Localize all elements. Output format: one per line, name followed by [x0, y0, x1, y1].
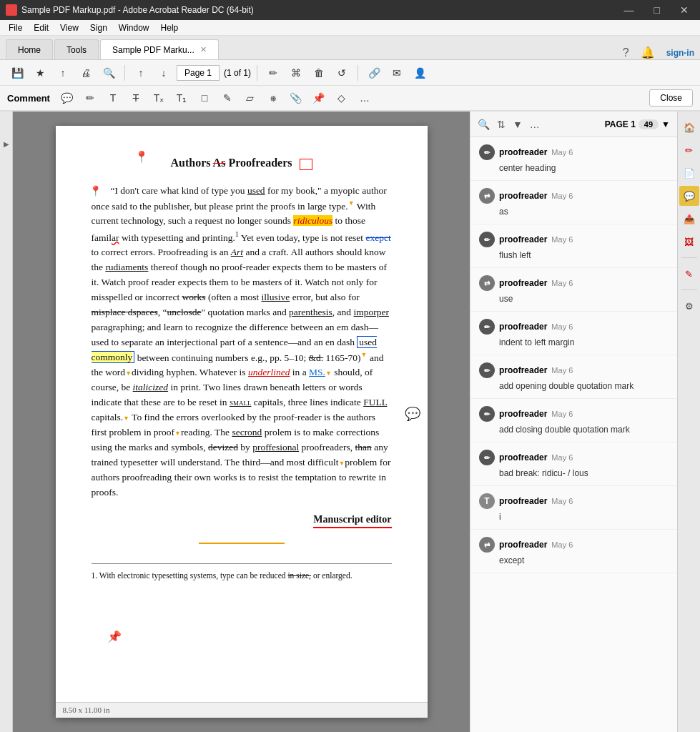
- used-commonly-boxed: used commonly: [92, 336, 378, 363]
- text-insert-tool[interactable]: T: [103, 88, 123, 108]
- bookmark-tool[interactable]: ★: [30, 63, 50, 83]
- search-comments-icon[interactable]: 🔍: [478, 119, 490, 130]
- comment-bubble-icon: 💬: [405, 405, 420, 425]
- heading-text: Authors As Proofreaders: [170, 157, 295, 169]
- art-underlined: Art: [231, 247, 243, 257]
- tab-home[interactable]: Home: [6, 39, 53, 59]
- comment-item-10[interactable]: ⇄ proofreader May 6 except: [470, 530, 677, 573]
- caret-5: ▼: [123, 415, 129, 422]
- replace-text-tool[interactable]: Tₓ: [149, 88, 169, 108]
- sticky-note-heading: 📍: [134, 149, 149, 167]
- comment-date-2: May 6: [551, 192, 573, 200]
- strip-home-icon[interactable]: 🏠: [679, 117, 699, 137]
- expand-icon[interactable]: ▼: [661, 119, 670, 129]
- stamp-comment-tool[interactable]: ⎈: [263, 88, 283, 108]
- window-title: Sample PDF Markup.pdf - Adobe Acrobat Re…: [21, 5, 254, 15]
- menu-edit[interactable]: Edit: [28, 21, 54, 34]
- illusive-underlined: illusive: [262, 292, 290, 302]
- comment-user-1: proofreader: [499, 147, 547, 157]
- maximize-button[interactable]: □: [649, 3, 666, 17]
- redact-tool[interactable]: ✏: [263, 63, 283, 83]
- email-tool[interactable]: ✉: [387, 63, 407, 83]
- strip-edit-icon[interactable]: ✏: [679, 140, 699, 160]
- stamp-tool[interactable]: ⌘: [286, 63, 306, 83]
- strip-settings-icon[interactable]: ⚙: [679, 296, 699, 316]
- used-underlined: used: [247, 185, 265, 196]
- save-tool[interactable]: 💾: [7, 63, 27, 83]
- menu-sign[interactable]: Sign: [84, 21, 113, 34]
- close-comment-toolbar[interactable]: Close: [649, 89, 693, 107]
- close-button[interactable]: ✕: [674, 3, 694, 17]
- footnote-text: 1. With electronic typesetting systems, …: [92, 571, 353, 580]
- strip-share-icon[interactable]: 📤: [679, 209, 699, 229]
- comment-item-7[interactable]: ✏ proofreader May 6 add closing double q…: [470, 399, 677, 442]
- title-bar: Sample PDF Markup.pdf - Adobe Acrobat Re…: [0, 0, 700, 20]
- comment-item-4[interactable]: ⇄ proofreader May 6 use: [470, 268, 677, 312]
- comment-item-2[interactable]: ⇄ proofreader May 6 as: [470, 181, 677, 224]
- menu-help[interactable]: Help: [155, 21, 184, 34]
- pin-tool[interactable]: 📌: [309, 88, 329, 108]
- comment-text-1: center heading: [479, 163, 669, 173]
- user-tool[interactable]: 👤: [410, 63, 430, 83]
- attach-tool[interactable]: 📎: [286, 88, 306, 108]
- filter-comments-icon[interactable]: ▼: [513, 119, 523, 130]
- rotate-tool[interactable]: ↺: [332, 63, 352, 83]
- comment-item-6[interactable]: ✏ proofreader May 6 add opening double q…: [470, 355, 677, 399]
- strip-pen-icon[interactable]: ✎: [679, 264, 699, 284]
- add-text-tool[interactable]: T₁: [172, 88, 192, 108]
- comment-avatar-10: ⇄: [479, 537, 495, 553]
- pdf-heading-area: 📍 Authors As Proofreaders: [92, 154, 392, 172]
- comment-text-8: bad break: ridicu- / lous: [479, 468, 669, 478]
- minimize-button[interactable]: —: [618, 3, 640, 17]
- comment-item-8[interactable]: ✏ proofreader May 6 bad break: ridicu- /…: [470, 442, 677, 486]
- menu-file[interactable]: File: [3, 21, 28, 34]
- print-tool[interactable]: 🖨: [76, 63, 96, 83]
- help-icon[interactable]: ?: [623, 46, 629, 59]
- menu-window[interactable]: Window: [113, 21, 155, 34]
- delete-tool[interactable]: 🗑: [309, 63, 329, 83]
- comment-avatar-5: ✏: [479, 319, 495, 335]
- main-toolbar: 💾 ★ ↑ 🖨 🔍 ↑ ↓ (1 of 1) ✏ ⌘ 🗑 ↺ 🔗 ✉ 👤: [0, 60, 700, 86]
- more-options-icon[interactable]: …: [530, 119, 540, 130]
- menu-view[interactable]: View: [54, 21, 84, 34]
- pdf-viewer[interactable]: 📍 Authors As Proofreaders 📍 “I don't car…: [13, 112, 470, 732]
- page-size-label: 8.50 x 11.00 in: [63, 704, 110, 716]
- highlight-tool[interactable]: ✏: [80, 88, 100, 108]
- link-tool[interactable]: 🔗: [364, 63, 384, 83]
- more-tools[interactable]: …: [355, 88, 375, 108]
- comment-item-1[interactable]: ✏ proofreader May 6 center heading: [470, 137, 677, 181]
- prev-page-tool[interactable]: ↑: [131, 63, 151, 83]
- strip-comment-icon[interactable]: 💬: [679, 186, 699, 206]
- eraser-tool[interactable]: ▱: [240, 88, 260, 108]
- shape-tool[interactable]: ◇: [332, 88, 352, 108]
- tab-tools[interactable]: Tools: [54, 39, 99, 59]
- next-page-tool[interactable]: ↓: [154, 63, 174, 83]
- menu-bar: File Edit View Sign Window Help: [0, 20, 700, 36]
- comment-item-3[interactable]: ✏ proofreader May 6 flush left: [470, 224, 677, 268]
- sticky-note-tool[interactable]: 💬: [57, 88, 77, 108]
- strikethrough-tool[interactable]: T: [126, 88, 146, 108]
- comment-user-3: proofreader: [499, 234, 547, 244]
- page-input[interactable]: [177, 65, 220, 81]
- page-of: (1 of 1): [224, 68, 251, 78]
- notifications-icon[interactable]: 🔔: [641, 46, 655, 59]
- tab-pdf[interactable]: Sample PDF Marku... ✕: [100, 39, 219, 59]
- sort-comments-icon[interactable]: ⇅: [497, 119, 506, 130]
- strip-image-icon[interactable]: 🖼: [679, 232, 699, 252]
- comment-item-5[interactable]: ✏ proofreader May 6 indent to left margi…: [470, 312, 677, 355]
- text-box-tool[interactable]: □: [194, 88, 215, 108]
- comment-user-7: proofreader: [499, 409, 547, 419]
- struck-as: As: [213, 157, 226, 169]
- underlined-italic-red: underlined: [248, 367, 290, 377]
- search-tool[interactable]: 🔍: [99, 63, 119, 83]
- left-sticky-note: 📍: [70, 184, 102, 199]
- sign-in-button[interactable]: sign-in: [666, 48, 694, 58]
- pencil-tool[interactable]: ✎: [217, 88, 237, 108]
- upload-tool[interactable]: ↑: [53, 63, 73, 83]
- comment-text-7: add closing double quotation mark: [479, 425, 669, 435]
- tab-close-icon[interactable]: ✕: [200, 45, 207, 54]
- comment-avatar-6: ✏: [479, 362, 495, 378]
- comment-item-9[interactable]: T proofreader May 6 i: [470, 486, 677, 530]
- strip-pdf-icon[interactable]: 📄: [679, 163, 699, 183]
- left-collapse-arrow[interactable]: ▶: [4, 140, 9, 148]
